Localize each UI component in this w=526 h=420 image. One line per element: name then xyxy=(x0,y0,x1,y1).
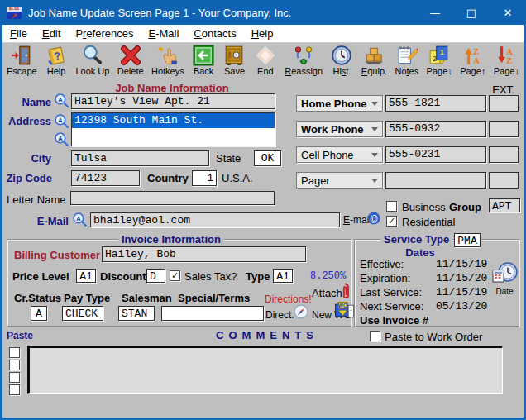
comments-title: COMMENTS xyxy=(127,329,408,341)
svg-text:WO: WO xyxy=(338,303,347,308)
phone-type-dropdown-1[interactable]: Home Phone xyxy=(296,95,383,112)
cr-status-field[interactable]: A xyxy=(31,306,47,321)
toolbar-button-reassign[interactable]: Reassign xyxy=(285,44,323,77)
paste-to-work-order-label: Paste to Work Order xyxy=(385,331,482,343)
zipcode-field[interactable]: 74123 xyxy=(71,170,140,186)
phone-type-dropdown-4[interactable]: Pager xyxy=(296,172,383,189)
menu-item-preferences[interactable]: Preferences xyxy=(68,25,141,42)
expiration-label: Expiration: xyxy=(360,272,410,284)
toolbar-button-lookup[interactable]: Look Up xyxy=(75,44,109,77)
address-label: Address xyxy=(2,115,51,127)
phone-type-dropdown-2[interactable]: Work Phone xyxy=(296,121,383,137)
address-lookup-icon[interactable]: A xyxy=(54,113,69,129)
name-field[interactable]: Hailey's View Apt. 21 xyxy=(71,93,275,109)
city-label: City xyxy=(2,152,51,165)
attach-label[interactable]: Attach xyxy=(312,287,342,299)
toolbar-button-notes[interactable]: Notes xyxy=(394,44,418,77)
phone-type-dropdown-3[interactable]: Cell Phone xyxy=(296,146,383,163)
address-line-selected[interactable]: 12398 South Main St. xyxy=(72,113,275,128)
menu-item-edit[interactable]: Edit xyxy=(35,25,68,42)
svg-text:A: A xyxy=(58,135,63,142)
paste-row-checkbox-2[interactable] xyxy=(9,360,20,370)
menu-item-contacts[interactable]: Contacts xyxy=(186,25,243,42)
business-group-checkbox[interactable] xyxy=(386,201,397,212)
cr-status-label: Cr.Status xyxy=(14,292,61,304)
service-type-field[interactable]: PMA xyxy=(454,233,481,247)
comments-field[interactable] xyxy=(27,346,503,394)
toolbar-button-equipment[interactable]: Equip. xyxy=(361,44,387,77)
toolbar-button-delete[interactable]: Delete xyxy=(117,44,144,77)
city-field[interactable]: Tulsa xyxy=(71,150,209,166)
letter-name-field[interactable] xyxy=(70,191,275,205)
toolbar: Escape ? Help Look Up Delete Hotkeys Bac… xyxy=(2,43,524,81)
use-invoice-label[interactable]: Use Invoice # xyxy=(360,314,428,327)
toolbar-button-history[interactable]: Hist. xyxy=(330,44,353,77)
directions-compass-icon[interactable] xyxy=(294,304,308,319)
discount-field[interactable]: D xyxy=(146,269,165,283)
phone-ext-field-1[interactable] xyxy=(489,95,519,112)
svg-text:A: A xyxy=(76,215,81,222)
pay-type-field[interactable]: CHECK xyxy=(62,306,103,321)
salesman-field[interactable]: STAN xyxy=(118,306,155,321)
email-field[interactable]: bhailey@aol.com xyxy=(90,212,340,227)
phone-number-field-3[interactable]: 555-0231 xyxy=(385,146,486,163)
billing-customer-field[interactable]: Hailey, Bob xyxy=(102,246,306,262)
business-label: Business xyxy=(402,201,446,213)
invoice-section-title: Invoice Information xyxy=(118,233,224,246)
toolbar-button-escape[interactable]: Escape xyxy=(7,44,37,77)
maximize-button[interactable]: □ xyxy=(453,0,490,25)
attach-paperclip-icon[interactable] xyxy=(339,282,351,301)
address-lookup2-icon[interactable]: A xyxy=(54,131,69,147)
magnifier-icon xyxy=(82,44,103,66)
toolbar-button-back[interactable]: Back xyxy=(192,44,215,77)
name-label: Name xyxy=(2,96,51,108)
notes-notepad-icon xyxy=(396,44,418,66)
paste-to-work-order-checkbox[interactable] xyxy=(370,331,380,341)
toolbar-button-pagedown[interactable]: 21 Page↓ xyxy=(427,44,452,77)
name-lookup-icon[interactable]: A xyxy=(54,93,69,108)
paste-row-checkbox-3[interactable] xyxy=(9,372,20,383)
group-field[interactable]: APT xyxy=(489,198,520,212)
phone-ext-field-4[interactable] xyxy=(489,172,519,189)
toolbar-button-save[interactable]: Save xyxy=(222,44,246,77)
email-lookup-icon[interactable]: A xyxy=(72,212,88,227)
last-service-label: Last Service: xyxy=(360,286,422,298)
direct-label[interactable]: Direct. xyxy=(265,309,294,322)
toolbar-button-pagedown-sort[interactable]: AZ Page↓ xyxy=(494,44,519,77)
phone-number-field-2[interactable]: 555-0932 xyxy=(385,121,486,137)
country-field[interactable]: 1 xyxy=(192,170,217,186)
page-down-icon: 21 xyxy=(428,44,450,66)
sales-tax-checkbox[interactable]: ✓ xyxy=(170,270,180,281)
address-field[interactable]: 12398 South Main St. xyxy=(71,112,275,146)
type-field[interactable]: A1 xyxy=(273,269,293,283)
paste-label: Paste xyxy=(7,330,33,342)
menu-item-file[interactable]: File xyxy=(2,25,35,42)
special-terms-field[interactable] xyxy=(161,306,264,321)
menu-item-help[interactable]: Help xyxy=(244,25,281,42)
state-field[interactable]: OK xyxy=(254,150,281,166)
toolbar-button-hotkeys[interactable]: Hotkeys xyxy=(151,44,184,77)
new-workorder-icon[interactable]: WO xyxy=(335,302,354,319)
toolbar-button-end[interactable]: End xyxy=(254,44,277,77)
minimize-button[interactable]: — xyxy=(417,0,453,25)
paste-row-checkbox-4[interactable] xyxy=(9,384,20,395)
phone-ext-field-3[interactable] xyxy=(489,146,519,163)
residential-checkbox[interactable]: ✓ xyxy=(386,216,397,227)
expiration-value: 11/15/20 xyxy=(436,272,487,284)
phone-number-field-1[interactable]: 555-1821 xyxy=(385,95,486,112)
emails-at-icon[interactable]: @ xyxy=(367,212,380,225)
date-clock-icon[interactable] xyxy=(490,262,519,285)
toolbar-button-pageup-sort[interactable]: ZA Page↑ xyxy=(460,44,485,77)
menu-item-email[interactable]: E-Mail xyxy=(141,25,186,42)
phone-ext-field-2[interactable] xyxy=(489,121,519,137)
reassign-cycle-icon xyxy=(293,44,314,66)
close-button[interactable]: ✕ xyxy=(490,0,526,25)
phone-number-field-4[interactable] xyxy=(385,172,486,189)
state-label: State xyxy=(216,152,241,165)
special-terms-label: Special/Terms xyxy=(178,292,250,304)
app-icon[interactable]: BLSS ↗ xyxy=(7,7,22,19)
toolbar-button-help[interactable]: ? Help xyxy=(45,44,68,77)
exit-door-icon xyxy=(11,44,32,66)
paste-row-checkbox-1[interactable] xyxy=(9,347,20,358)
price-level-field[interactable]: A1 xyxy=(76,269,96,283)
